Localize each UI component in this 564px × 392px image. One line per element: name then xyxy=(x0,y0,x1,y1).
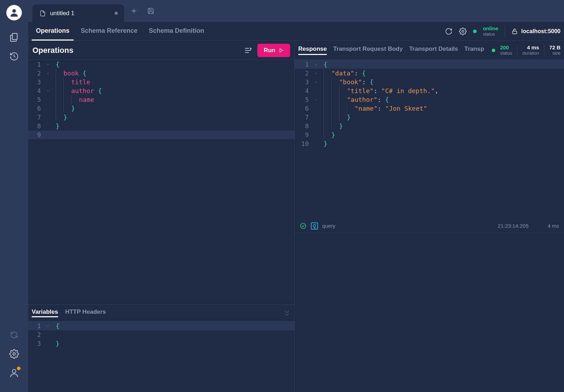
status-dot-icon xyxy=(473,30,477,33)
code-line[interactable]: 7} xyxy=(295,113,564,122)
history-duration: 4 ms xyxy=(547,223,559,229)
code-line[interactable]: 8} xyxy=(28,122,294,130)
document-tab[interactable]: untitled 1 xyxy=(32,5,124,22)
host-display[interactable]: localhost:5000 xyxy=(511,28,560,35)
svg-point-3 xyxy=(12,369,16,373)
query-type-icon: Q xyxy=(311,222,318,229)
code-line[interactable]: 2 xyxy=(28,330,294,339)
tab-title: untitled 1 xyxy=(50,10,74,17)
check-icon xyxy=(300,222,307,229)
code-line[interactable]: 2book { xyxy=(28,69,294,78)
documents-icon[interactable] xyxy=(7,30,21,44)
response-tab-response[interactable]: Response xyxy=(298,45,327,55)
response-pane: ResponseTransport Request BodyTransport … xyxy=(295,41,564,392)
code-line[interactable]: 9} xyxy=(295,130,564,139)
code-line[interactable]: 3"book": { xyxy=(295,78,564,86)
settings-button[interactable] xyxy=(459,27,467,35)
code-line[interactable]: 3title xyxy=(28,78,294,86)
svg-rect-1 xyxy=(12,33,17,40)
refresh-button[interactable] xyxy=(445,27,453,35)
notification-dot xyxy=(17,367,20,370)
settings-icon[interactable] xyxy=(7,347,21,361)
response-tab-transport-details[interactable]: Transport Details xyxy=(409,45,458,55)
sidebar xyxy=(0,0,28,392)
file-icon xyxy=(39,10,46,17)
user-icon[interactable] xyxy=(7,366,21,380)
status-dot-icon xyxy=(492,49,495,52)
response-duration: 4 ms duration xyxy=(522,45,539,56)
lock-open-icon xyxy=(511,28,518,35)
svg-rect-7 xyxy=(513,31,517,34)
new-tab-button[interactable] xyxy=(129,6,139,16)
code-line[interactable]: 9 xyxy=(28,130,294,139)
code-line[interactable]: 4author { xyxy=(28,86,294,95)
code-line[interactable]: 5"author": { xyxy=(295,95,564,104)
operations-editor[interactable]: 1{2book {3title4author {5name6}7}8}9 xyxy=(28,60,294,304)
vars-tab-variables[interactable]: Variables xyxy=(32,308,58,317)
format-button[interactable] xyxy=(244,46,252,55)
code-line[interactable]: 6} xyxy=(28,104,294,113)
history-label: query xyxy=(322,223,336,229)
variables-panel: VariablesHTTP Headers 1{23} xyxy=(28,304,294,392)
operations-title: Operations xyxy=(32,46,244,55)
svg-point-0 xyxy=(12,9,16,13)
code-line[interactable]: 7} xyxy=(28,113,294,122)
response-status: 200 status xyxy=(500,45,513,56)
sub-tab-operations[interactable]: Operations xyxy=(32,22,74,41)
save-button[interactable] xyxy=(146,6,156,16)
tab-bar: untitled 1 xyxy=(28,0,564,22)
response-tab-transport-request-body[interactable]: Transport Request Body xyxy=(333,45,403,55)
svg-point-6 xyxy=(462,30,464,32)
code-line[interactable]: 3} xyxy=(28,339,294,348)
collapse-button[interactable] xyxy=(283,309,291,317)
sync-icon[interactable] xyxy=(7,328,21,342)
operations-pane: Operations Run 1{2book {3title4author {5… xyxy=(28,41,295,392)
code-line[interactable]: 4"title": "C# in depth.", xyxy=(295,86,564,95)
response-tab-transp[interactable]: Transp xyxy=(465,45,484,55)
svg-point-12 xyxy=(301,223,306,228)
vars-tab-http-headers[interactable]: HTTP Headers xyxy=(65,308,106,317)
sub-tab-schema-definition[interactable]: Schema Definition xyxy=(145,22,208,41)
sub-tab-schema-reference[interactable]: Schema Reference xyxy=(76,22,142,41)
response-size: 72 B size xyxy=(549,45,560,56)
unsaved-indicator-icon xyxy=(115,12,118,15)
svg-point-2 xyxy=(13,353,16,355)
code-line[interactable]: 2"data": { xyxy=(295,69,564,78)
code-line[interactable]: 1{ xyxy=(28,321,294,330)
sub-tab-bar: OperationsSchema ReferenceSchema Definit… xyxy=(28,22,564,41)
code-line[interactable]: 6"name": "Jon Skeet" xyxy=(295,104,564,113)
code-line[interactable]: 1{ xyxy=(28,60,294,69)
response-editor[interactable]: 1{2"data": {3"book": {4"title": "C# in d… xyxy=(295,60,564,219)
code-line[interactable]: 10} xyxy=(295,139,564,148)
app-logo[interactable] xyxy=(6,5,22,20)
code-line[interactable]: 8} xyxy=(295,122,564,130)
history-row[interactable]: Q query 21:23:14.205 4 ms xyxy=(295,219,564,233)
history-icon[interactable] xyxy=(7,49,21,63)
history-time: 21:23:14.205 xyxy=(498,223,529,229)
main: untitled 1 OperationsSchema ReferenceSch… xyxy=(28,0,564,392)
code-line[interactable]: 5name xyxy=(28,95,294,104)
connection-status: online status xyxy=(483,26,498,37)
variables-editor[interactable]: 1{23} xyxy=(28,321,294,392)
run-button[interactable]: Run xyxy=(257,44,290,57)
code-line[interactable]: 1{ xyxy=(295,60,564,69)
svg-marker-11 xyxy=(280,48,283,52)
